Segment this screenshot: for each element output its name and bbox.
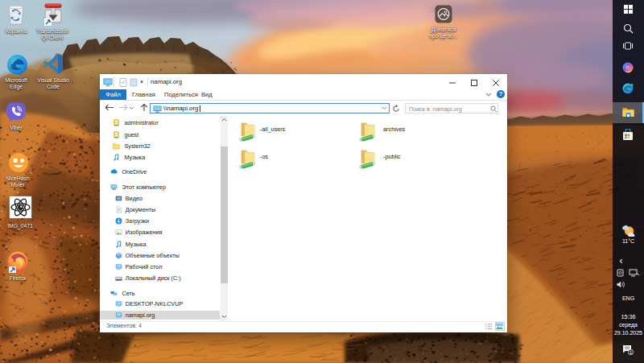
svg-text:1: 1 — [630, 350, 632, 355]
